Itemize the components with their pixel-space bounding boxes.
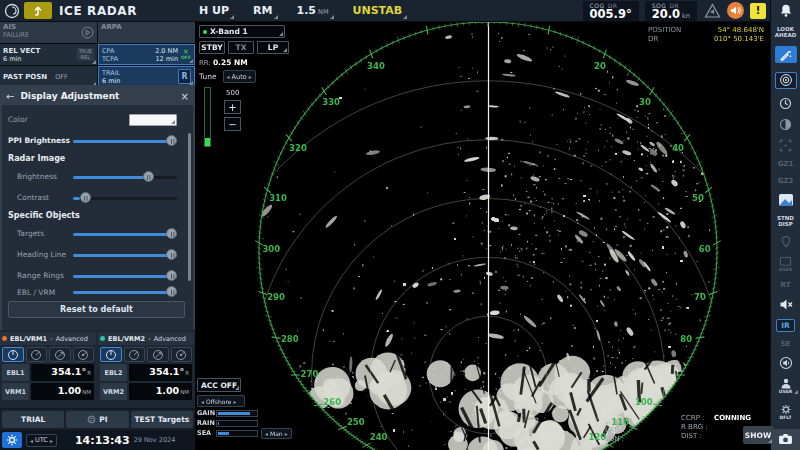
- day-night-button[interactable]: [773, 118, 799, 131]
- display-preset-button[interactable]: [773, 193, 799, 207]
- heading-line-slider[interactable]: [73, 249, 177, 261]
- cpa-tcpa-cell[interactable]: CPA2.0 NM TCPA12 min ✕ OFF: [98, 44, 195, 65]
- audio-button[interactable]: [773, 356, 799, 370]
- look-ahead-button[interactable]: [773, 46, 799, 63]
- screenshot-button[interactable]: [771, 429, 800, 450]
- area-mode-stepper[interactable]: ◂ Offshore ▸: [197, 395, 245, 407]
- ebl1-value-box[interactable]: 354.1°R: [31, 364, 94, 381]
- cog-readout: COGDR 005.9°: [583, 1, 639, 21]
- ebl-vrm1-header[interactable]: EBL/VRM1 › Advanced: [0, 332, 96, 345]
- ebl-vrm2-header[interactable]: EBL/VRM2 › Advanced: [98, 332, 194, 345]
- cpa-alarm-off-toggle[interactable]: ✕ OFF: [181, 49, 191, 60]
- orientation-button[interactable]: H UP: [195, 2, 235, 20]
- acquire-target-button[interactable]: [773, 139, 799, 152]
- vrm2-button[interactable]: VRM2: [100, 383, 127, 400]
- map-pin-button[interactable]: [773, 235, 799, 248]
- ebl1-mode-drag-button[interactable]: [49, 347, 71, 362]
- increase-button[interactable]: +: [224, 100, 241, 114]
- default-settings-button[interactable]: DFLT: [773, 404, 799, 421]
- warning-button[interactable]: !: [750, 3, 766, 19]
- panel-scrollbar[interactable]: [188, 133, 191, 281]
- ebl1-button[interactable]: EBL1: [2, 364, 29, 381]
- band-select-dropdown[interactable]: X-Band 1: [199, 25, 285, 38]
- pi-button[interactable]: PI: [66, 411, 128, 428]
- back-button[interactable]: ←: [6, 91, 14, 102]
- ebl-slider[interactable]: [73, 286, 177, 298]
- ebl2-mode-center-button[interactable]: [100, 347, 122, 362]
- dflt-label: DFLT: [779, 415, 791, 421]
- band-status-dot: [203, 30, 207, 34]
- ppi-brightness-slider[interactable]: [73, 135, 177, 147]
- left-column: AIS FAILURE ARPA REL VECT 6 min TRUE REL: [0, 22, 195, 450]
- map-pin-icon: [780, 235, 792, 248]
- ebl2-mode-offset-button[interactable]: [124, 347, 146, 362]
- timezone-stepper[interactable]: ◂ UTC ▸: [26, 434, 57, 447]
- rt-button[interactable]: RT: [773, 281, 799, 289]
- ebl1-label: EBL1: [6, 369, 24, 377]
- acc-button[interactable]: ACC OFF: [197, 378, 241, 392]
- guard-zone-2-button[interactable]: GZ2: [773, 177, 799, 185]
- arpa-cell[interactable]: ARPA: [98, 22, 195, 43]
- ccrp-value: CONNING: [714, 414, 751, 422]
- ebl2-value-box[interactable]: 354.1°R: [129, 364, 192, 381]
- contrast-slider[interactable]: [73, 192, 177, 204]
- trail-cell[interactable]: TRAIL 6 min R: [98, 66, 195, 87]
- stabilization-button[interactable]: UNSTAB: [349, 2, 409, 20]
- tune-gauge-fill: [205, 138, 210, 146]
- reset-to-default-button[interactable]: Reset to default: [8, 301, 185, 318]
- tx-button[interactable]: TX: [228, 41, 254, 54]
- target-rings-button[interactable]: [773, 72, 799, 89]
- guard-zone-1-button[interactable]: GZ1: [773, 160, 799, 168]
- rel-vect-cell[interactable]: REL VECT 6 min TRUE REL: [0, 44, 97, 65]
- targets-slider[interactable]: [73, 228, 177, 240]
- ebl1-mode-center-button[interactable]: [2, 347, 24, 362]
- stby-button[interactable]: STBY: [199, 41, 225, 54]
- alarm-mute-button[interactable]: [703, 2, 721, 20]
- radar-image-section: Radar Image: [8, 151, 185, 166]
- tune-mode-stepper[interactable]: ◂ Auto ▸: [223, 70, 256, 83]
- range-unit: NM: [318, 8, 328, 16]
- close-button[interactable]: ×: [181, 91, 189, 102]
- rain-bar[interactable]: [216, 420, 258, 427]
- ebl2-mode-anchor-button[interactable]: [171, 347, 193, 362]
- color-swatch[interactable]: [129, 114, 177, 126]
- show-label: SHOW: [745, 431, 771, 440]
- audio-alert-button[interactable]: [727, 2, 744, 19]
- ebl1-mode-anchor-button[interactable]: [73, 347, 95, 362]
- notifications-button[interactable]: [773, 3, 799, 18]
- range-rings-slider[interactable]: [73, 270, 177, 282]
- trail-relative-button[interactable]: R: [178, 69, 191, 84]
- vrm2-value-box[interactable]: 1.00NM: [129, 383, 192, 400]
- true-rel-toggle[interactable]: TRUE REL: [77, 48, 94, 61]
- specific-objects-section: Specific Objects: [8, 208, 185, 223]
- ebl1-mode-offset-button[interactable]: [26, 347, 48, 362]
- settings-button[interactable]: [2, 432, 22, 448]
- motion-mode-button[interactable]: RM: [249, 2, 278, 20]
- ebl-vrm1-advanced-link[interactable]: Advanced: [56, 335, 88, 343]
- range-button[interactable]: 1.5NM: [293, 2, 335, 20]
- past-posn-cell[interactable]: PAST POSN OFF: [0, 66, 97, 87]
- trial-button[interactable]: TRIAL: [2, 411, 64, 428]
- gain-bar[interactable]: [216, 410, 258, 417]
- ebl2-mode-drag-button[interactable]: [147, 347, 169, 362]
- sea-mode-stepper[interactable]: ◂ Man ▸: [261, 428, 292, 439]
- ebl2-button[interactable]: EBL2: [100, 364, 127, 381]
- brightness-slider[interactable]: [73, 171, 177, 183]
- timer-button[interactable]: [773, 97, 799, 110]
- decrease-button[interactable]: −: [224, 117, 241, 131]
- sea-bar[interactable]: [216, 430, 258, 437]
- user-profile-button[interactable]: USER: [773, 378, 799, 395]
- test-targets-button[interactable]: TEST Targets: [131, 411, 193, 428]
- ais-play-icon[interactable]: [81, 26, 94, 39]
- se-button[interactable]: SE: [773, 340, 799, 348]
- user-book-button[interactable]: USER: [773, 256, 799, 273]
- show-button[interactable]: SHOW: [743, 426, 773, 444]
- ir-button[interactable]: IR: [773, 319, 799, 332]
- heading-line-row: Heading Line: [8, 244, 185, 265]
- speaker-mute-button[interactable]: [773, 298, 799, 311]
- vrm1-button[interactable]: VRM1: [2, 383, 29, 400]
- vrm1-value-box[interactable]: 1.00NM: [31, 383, 94, 400]
- menu-up-button[interactable]: [24, 2, 52, 19]
- ebl-vrm2-advanced-link[interactable]: Advanced: [154, 335, 186, 343]
- pulse-length-button[interactable]: LP: [257, 41, 289, 54]
